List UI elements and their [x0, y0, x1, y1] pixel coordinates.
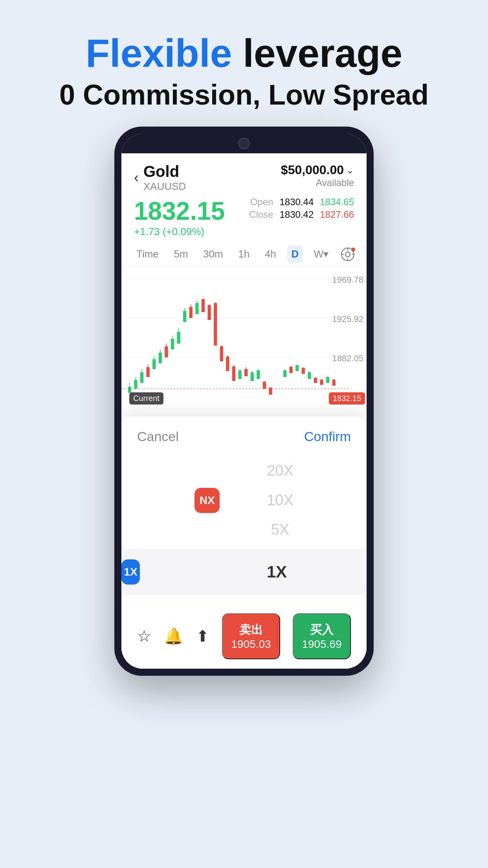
back-button[interactable]: ‹: [134, 169, 139, 186]
price-left: 1832.15 +1.73 (+0.09%): [134, 197, 225, 238]
phone-notch: [121, 134, 367, 153]
nx-label: NX: [200, 494, 215, 507]
svg-rect-34: [195, 303, 198, 314]
header-title-black: leverage: [232, 31, 402, 75]
svg-point-1: [345, 252, 350, 257]
bell-icon[interactable]: 🔔: [164, 627, 183, 645]
svg-rect-30: [183, 311, 186, 322]
svg-rect-16: [140, 372, 143, 383]
tf-time[interactable]: Time: [132, 246, 163, 263]
app-content: ‹ Gold XAUUSD $50,000.00 ⌄ Available: [121, 153, 367, 669]
svg-rect-18: [146, 367, 149, 377]
open-label: Open: [249, 197, 273, 208]
phone-frame: ‹ Gold XAUUSD $50,000.00 ⌄ Available: [114, 127, 374, 676]
svg-rect-32: [189, 307, 193, 318]
svg-rect-20: [152, 359, 156, 369]
svg-rect-52: [251, 372, 254, 381]
header-title: Flexible leverage: [0, 31, 488, 75]
sheet-header: Cancel Confirm: [121, 416, 367, 452]
tf-4h[interactable]: 4h: [261, 246, 280, 263]
leverage-20x[interactable]: 20X: [267, 456, 294, 485]
onex-label: 1X: [124, 566, 137, 578]
svg-rect-44: [226, 357, 229, 371]
buy-price: 1905.69: [301, 638, 342, 651]
star-icon[interactable]: ☆: [137, 627, 151, 645]
top-bar: ‹ Gold XAUUSD $50,000.00 ⌄ Available: [121, 153, 367, 197]
chart-price-high: 1969.78: [332, 275, 363, 285]
price-change: +1.73 (+0.09%): [134, 226, 225, 238]
onex-badge: 1X: [121, 559, 140, 585]
asset-ticker: XAUUSD: [143, 180, 186, 193]
svg-rect-46: [232, 366, 235, 381]
svg-rect-14: [134, 380, 137, 389]
svg-rect-66: [302, 368, 305, 374]
sell-price: 1905.03: [231, 638, 272, 651]
camera-dot: [238, 138, 250, 149]
svg-rect-28: [177, 332, 180, 344]
open-value: 1830.44: [279, 197, 314, 208]
asset-info: Gold XAUUSD: [143, 163, 186, 193]
svg-rect-36: [202, 299, 205, 312]
nav-icons: ☆ 🔔 ⬆︎: [137, 627, 209, 645]
chart-price-low: 1882.05: [332, 353, 363, 364]
price-right: Open 1830.44 1834.65 Close 1830.42 1827.…: [249, 197, 354, 220]
cancel-button[interactable]: Cancel: [137, 429, 179, 444]
balance-value: $50,000.00: [281, 163, 344, 177]
buy-button[interactable]: 买入 1905.69: [293, 613, 351, 659]
asset-name: Gold: [143, 163, 186, 180]
svg-rect-64: [295, 365, 299, 371]
tf-30m[interactable]: 30m: [199, 246, 227, 263]
svg-rect-68: [308, 372, 311, 379]
confirm-button[interactable]: Confirm: [304, 429, 351, 444]
svg-rect-72: [320, 380, 323, 385]
svg-rect-22: [159, 353, 162, 363]
tf-w[interactable]: W▾: [310, 246, 333, 263]
bottom-sheet: Cancel Confirm NX 20X 10X: [121, 416, 367, 669]
svg-rect-50: [244, 369, 248, 376]
chevron-down-icon: ⌄: [346, 165, 354, 176]
svg-rect-76: [332, 380, 336, 386]
svg-rect-40: [214, 303, 217, 346]
svg-rect-74: [326, 377, 329, 383]
top-bar-left: ‹ Gold XAUUSD: [134, 163, 186, 193]
svg-point-6: [351, 248, 355, 252]
header-title-blue: Flexible: [86, 31, 232, 75]
leverage-1x[interactable]: 1X: [187, 556, 367, 588]
sell-label: 卖出: [231, 622, 272, 638]
leverage-picker: NX 20X 10X 5X 1X: [121, 452, 367, 603]
svg-rect-24: [165, 346, 168, 357]
low-value: 1827.66: [320, 209, 354, 220]
svg-rect-56: [263, 382, 266, 389]
leverage-10x[interactable]: 10X: [267, 485, 294, 515]
balance-area[interactable]: $50,000.00 ⌄ Available: [281, 163, 354, 188]
close-value: 1830.42: [279, 209, 314, 220]
svg-rect-26: [171, 339, 174, 349]
header-subtitle: 0 Commission, Low Spread: [0, 79, 488, 111]
share-icon[interactable]: ⬆︎: [196, 627, 209, 645]
chart-area: Current 1832.15 1969.78 1925.92 1882.05: [121, 267, 367, 416]
tf-d[interactable]: D: [287, 246, 303, 263]
current-label: Current: [129, 392, 163, 405]
price-section: 1832.15 +1.73 (+0.09%) Open 1830.44 1834…: [121, 197, 367, 242]
tf-1h[interactable]: 1h: [234, 246, 253, 263]
phone-screen: ‹ Gold XAUUSD $50,000.00 ⌄ Available: [121, 134, 367, 669]
svg-rect-70: [314, 378, 317, 383]
svg-rect-42: [220, 346, 223, 361]
timeframe-bar: Time 5m 30m 1h 4h D W▾: [121, 242, 367, 267]
leverage-5x[interactable]: 5X: [267, 515, 294, 544]
svg-rect-54: [257, 370, 260, 379]
close-label: Close: [249, 209, 273, 220]
svg-rect-48: [238, 370, 241, 379]
nx-badge: NX: [194, 488, 220, 513]
current-price-label: 1832.15: [329, 392, 365, 405]
svg-rect-62: [289, 367, 292, 373]
settings-icon[interactable]: [340, 246, 356, 262]
buy-label: 买入: [301, 622, 342, 638]
sell-button[interactable]: 卖出 1905.03: [222, 613, 280, 659]
bottom-nav: ☆ 🔔 ⬆︎ 卖出 1905.03 买入 1905.69: [121, 603, 367, 669]
svg-rect-38: [207, 305, 211, 320]
phone-wrapper: ‹ Gold XAUUSD $50,000.00 ⌄ Available: [0, 127, 488, 676]
high-value: 1834.65: [320, 197, 354, 208]
tf-5m[interactable]: 5m: [170, 246, 192, 263]
selected-leverage-row[interactable]: 1X 1X: [121, 548, 367, 596]
